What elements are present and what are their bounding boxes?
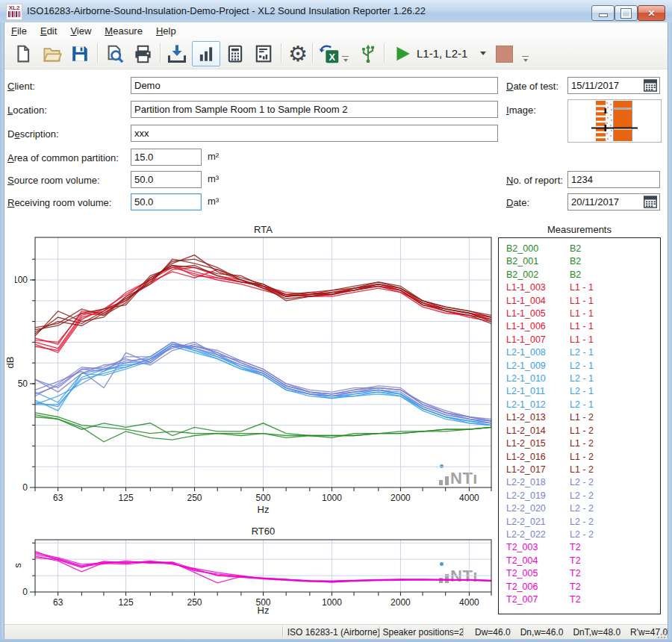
svg-text:4000: 4000 — [459, 493, 479, 503]
receiving-volume-input[interactable] — [131, 193, 202, 211]
selector-dropdown-icon[interactable] — [480, 52, 486, 58]
measurement-row[interactable]: T2_005T2 — [499, 567, 660, 580]
measurement-group: L1 - 1 — [570, 320, 594, 333]
menu-help[interactable]: Help — [149, 23, 183, 39]
measurement-row[interactable]: L2-1_011L2 - 1 — [499, 385, 660, 398]
title-bar: XL2 ISO16283-Airborne-Sound-Insulation-D… — [0, 0, 672, 23]
measurement-id: T2_003 — [506, 541, 570, 554]
measurement-row[interactable]: L2-2_022L2 - 2 — [499, 529, 660, 541]
measurement-row[interactable]: T2_006T2 — [499, 581, 660, 593]
rt60-chart[interactable]: 063125250500100020004000 — [15, 538, 497, 613]
measurement-row[interactable]: L1-2_015L1 - 2 — [499, 437, 660, 450]
measurement-id: L2-2_019 — [506, 490, 570, 502]
measurement-row[interactable]: L2-1_010L2 - 1 — [499, 373, 660, 385]
rta-chart[interactable]: 05010063125250500100020004000 — [15, 236, 497, 518]
status-dw: Dw=46.0 — [475, 627, 511, 638]
menu-measure[interactable]: Measure — [98, 23, 149, 39]
menu-file[interactable]: File — [4, 23, 34, 39]
measurement-row[interactable]: L1-2_013L1 - 2 — [499, 411, 660, 424]
save-project-button[interactable] — [66, 41, 94, 66]
source-volume-input[interactable] — [131, 171, 202, 188]
new-project-button[interactable] — [9, 41, 37, 66]
svg-text:X: X — [329, 52, 335, 63]
measurement-row[interactable]: L1-2_017L1 - 2 — [499, 464, 660, 476]
calculator-button[interactable] — [221, 41, 249, 66]
svg-text:50: 50 — [18, 378, 28, 389]
excel-export-button[interactable]: X — [315, 41, 343, 66]
view-chart-button[interactable] — [192, 41, 220, 66]
measurement-row[interactable]: L1-2_014L1 - 2 — [499, 425, 660, 437]
measurement-group: L1 - 1 — [570, 295, 594, 308]
measurement-row[interactable]: L1-1_003L1 - 1 — [499, 281, 660, 294]
calendar-icon[interactable] — [644, 79, 657, 92]
toolbar-overflow-button[interactable] — [522, 56, 529, 64]
measurement-group: L2 - 2 — [570, 490, 594, 502]
measurement-row[interactable]: B2_001B2 — [499, 255, 660, 268]
measurement-row[interactable]: L2-1_012L2 - 1 — [499, 399, 660, 411]
measurement-row[interactable]: L1-1_004L1 - 1 — [499, 295, 660, 308]
usb-icon — [358, 43, 379, 64]
measurement-group: T2 — [570, 567, 581, 580]
calendar-icon[interactable] — [644, 196, 657, 208]
open-project-button[interactable] — [37, 41, 66, 66]
svg-text:2000: 2000 — [391, 493, 411, 503]
toolbar-separator — [281, 43, 281, 63]
measurement-group: B2 — [570, 255, 581, 268]
print-button[interactable] — [128, 41, 157, 66]
status-bar: ISO 16283-1 (Airborne) Speaker positions… — [4, 624, 668, 639]
measurement-row[interactable]: L2-1_009L2 - 1 — [499, 360, 660, 373]
report-no-input[interactable] — [567, 171, 660, 188]
measurement-row[interactable]: B2_000B2 — [499, 243, 660, 255]
measurement-group: L2 - 1 — [570, 399, 594, 411]
rta-xlabel: Hz — [35, 504, 491, 515]
settings-button[interactable]: ⚙ — [284, 41, 312, 66]
usb-connect-button[interactable] — [354, 41, 382, 66]
description-input[interactable] — [131, 125, 498, 142]
measurement-id: L1-1_006 — [506, 320, 570, 333]
report-button[interactable] — [249, 41, 278, 66]
measurement-row[interactable]: B2_002B2 — [499, 269, 660, 281]
measurement-row[interactable]: T2_003T2 — [499, 541, 660, 554]
maximize-button[interactable] — [615, 5, 638, 21]
measurement-id: L1-1_007 — [506, 334, 570, 346]
menu-view[interactable]: View — [63, 23, 98, 39]
partition-image[interactable] — [567, 99, 662, 143]
measurement-selector[interactable]: L1-1, L2-1 — [417, 47, 467, 60]
measurement-row[interactable]: L2-2_020L2 - 2 — [499, 502, 660, 515]
measurement-row[interactable]: L1-1_005L1 - 1 — [499, 308, 660, 320]
start-measurement-button[interactable] — [388, 41, 417, 66]
measurement-row[interactable]: L1-2_016L1 - 2 — [499, 451, 660, 464]
measurement-row[interactable]: L1-1_006L1 - 1 — [499, 320, 660, 333]
resize-grip-icon[interactable] — [656, 629, 666, 639]
measurement-id: L2-2_020 — [506, 502, 570, 515]
status-speaker-positions: Speaker positions=2 — [382, 627, 464, 638]
measurement-group: L1 - 1 — [570, 334, 594, 346]
measurement-group: L1 - 1 — [570, 281, 594, 294]
measurements-list[interactable]: B2_000B2B2_001B2B2_002B2L1-1_003L1 - 1L1… — [498, 237, 661, 614]
measurement-row[interactable]: L1-1_007L1 - 1 — [499, 334, 660, 346]
measurement-row[interactable]: L2-2_019L2 - 2 — [499, 490, 660, 502]
report-icon — [254, 44, 273, 63]
measurement-row[interactable]: L2-2_018L2 - 2 — [499, 476, 660, 489]
measurement-group: L2 - 1 — [570, 373, 594, 385]
measurement-id: B2_002 — [506, 269, 570, 281]
measurement-row[interactable]: L2-2_021L2 - 2 — [499, 516, 660, 529]
client-input[interactable] — [131, 77, 498, 94]
new-document-icon — [13, 44, 33, 63]
color-swatch-button[interactable] — [496, 46, 513, 63]
measurement-row[interactable]: T2_004T2 — [499, 555, 660, 567]
measurement-id: L1-2_015 — [506, 437, 570, 450]
print-preview-button[interactable] — [100, 41, 128, 66]
menu-edit[interactable]: Edit — [34, 23, 63, 39]
toolbar-overflow-button[interactable] — [342, 56, 349, 64]
measurement-group: L2 - 2 — [570, 529, 594, 541]
minimize-button[interactable] — [591, 5, 615, 21]
measurement-row[interactable]: L2-1_008L2 - 1 — [499, 346, 660, 359]
location-input[interactable] — [131, 101, 498, 118]
area-unit: m² — [208, 151, 219, 162]
area-input[interactable] — [131, 149, 202, 166]
close-button[interactable]: ✕ — [638, 5, 665, 21]
import-measurements-button[interactable] — [163, 41, 191, 66]
measurement-row[interactable]: T2_007T2 — [499, 593, 660, 606]
svg-text:1000: 1000 — [322, 493, 342, 503]
